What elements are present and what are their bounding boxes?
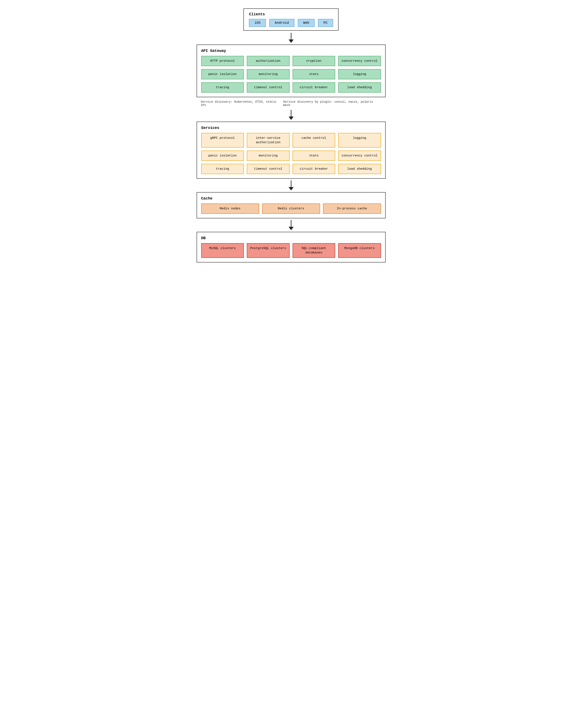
arrow-clients-to-gateway (197, 33, 386, 43)
client-chip: iOS (249, 19, 266, 27)
service-chip: stats (293, 151, 335, 161)
api-gateway-chip: HTTP protocol (201, 56, 244, 66)
api-gateway-title: API Gateway (201, 49, 381, 53)
db-chip: MongoDB clusters (338, 243, 381, 258)
svg-marker-5 (288, 187, 294, 190)
arrow-gateway-to-services (197, 110, 386, 120)
db-chip: MySQL clusters (201, 243, 244, 258)
service-chip: circuit breaker (293, 164, 335, 174)
svg-marker-1 (288, 40, 294, 43)
service-chip: logging (338, 133, 381, 148)
clients-box: Clients iOSAndroidWebPC (244, 8, 338, 31)
cache-chip: In-process cache (323, 204, 381, 214)
service-discovery-right: Service discovery by plugin: consul, nac… (283, 100, 381, 107)
client-chip: PC (318, 19, 333, 27)
services-section: Services gRPC protocolinter-service auth… (197, 122, 386, 179)
client-chip: Android (269, 19, 294, 27)
api-gateway-chips: HTTP protocolauthorizationcryptionconcur… (201, 56, 381, 93)
cache-title: Cache (201, 196, 381, 201)
api-gateway-chip: monitoring (247, 69, 289, 79)
api-gateway-chip: authorization (247, 56, 289, 66)
service-chip: panic isolation (201, 151, 244, 161)
arrow-cache-to-db (197, 220, 386, 230)
service-discovery-row: Service discovery: Kubernetes, ETCD, sta… (197, 99, 386, 108)
service-chip: concurrency control (338, 151, 381, 161)
service-chip: timeout control (247, 164, 289, 174)
api-gateway-chip: panic isolation (201, 69, 244, 79)
services-title: Services (201, 126, 381, 130)
cache-chip: Redis clusters (262, 204, 320, 214)
services-chips: gRPC protocolinter-service authorization… (201, 133, 381, 174)
service-chip: tracing (201, 164, 244, 174)
api-gateway-chip: stats (293, 69, 335, 79)
api-gateway-chip: load shedding (338, 82, 381, 93)
db-chip: SQL-compliant databases (293, 243, 335, 258)
db-title: DB (201, 236, 381, 240)
api-gateway-section: API Gateway HTTP protocolauthorizationcr… (197, 45, 386, 97)
clients-section: Clients iOSAndroidWebPC (197, 8, 386, 31)
clients-row: iOSAndroidWebPC (249, 19, 333, 27)
client-chip: Web (298, 19, 315, 27)
clients-title: Clients (249, 12, 333, 17)
service-chip: load shedding (338, 164, 381, 174)
api-gateway-chip: concurrency control (338, 56, 381, 66)
db-chip: PostgreSQL clusters (247, 243, 289, 258)
api-gateway-chip: cryption (293, 56, 335, 66)
svg-marker-7 (288, 227, 294, 230)
service-discovery-left: Service discovery: Kubernetes, ETCD, sta… (201, 100, 283, 107)
service-chip: inter-service authorization (247, 133, 289, 148)
service-chip: monitoring (247, 151, 289, 161)
api-gateway-chip: tracing (201, 82, 244, 93)
cache-chip: Redis nodes (201, 204, 259, 214)
service-chip: cache control (293, 133, 335, 148)
svg-marker-3 (288, 116, 294, 120)
arrow-services-to-cache (197, 180, 386, 190)
api-gateway-chip: circuit breaker (293, 82, 335, 93)
api-gateway-chip: timeout control (247, 82, 289, 93)
db-section: DB MySQL clustersPostgreSQL clustersSQL-… (197, 232, 386, 262)
cache-section: Cache Redis nodesRedis clustersIn-proces… (197, 192, 386, 218)
api-gateway-chip: logging (338, 69, 381, 79)
cache-chips: Redis nodesRedis clustersIn-process cach… (201, 204, 381, 214)
service-chip: gRPC protocol (201, 133, 244, 148)
db-chips: MySQL clustersPostgreSQL clustersSQL-com… (201, 243, 381, 258)
